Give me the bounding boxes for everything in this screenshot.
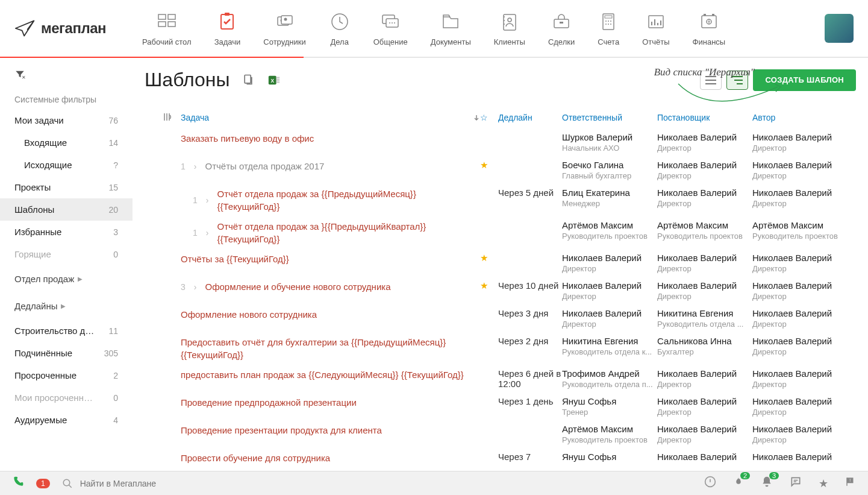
- sidebar-item-count: 4: [113, 415, 118, 425]
- table-row[interactable]: 3›Оформление и обучение нового сотрудник…: [145, 277, 856, 304]
- responsible-cell: Никитина ЕвгенияРуководитель отдела к...: [562, 336, 657, 356]
- fire-icon[interactable]: 2: [733, 476, 744, 491]
- table-row[interactable]: 1›Отчёт отдела продаж за }{{ПредыдущийКв…: [145, 216, 856, 249]
- star-icon[interactable]: ★: [480, 160, 488, 170]
- sidebar-item-label: Горящие: [14, 249, 51, 259]
- bell-badge: 3: [769, 472, 779, 479]
- owner-cell: Артёмов МаксимРуководитель проектов: [657, 220, 752, 241]
- sidebar-item[interactable]: Избранные3: [0, 221, 133, 243]
- table-row[interactable]: 1›Отчёты отдела продаж 2017★Боечко Галин…: [145, 156, 856, 184]
- sidebar-item[interactable]: Исходящие?: [0, 154, 133, 176]
- phone-icon[interactable]: [12, 476, 24, 491]
- nav-item-dashboard[interactable]: Рабочий стол: [142, 11, 192, 46]
- sidebar-expand-sales[interactable]: Отдел продаж ▶: [0, 265, 133, 292]
- responsible-cell: Трофимов АндрейРуководитель отдела п...: [562, 368, 657, 389]
- task-link[interactable]: Оформление и обучение нового сотрудника: [205, 280, 390, 293]
- flag-icon[interactable]: !: [845, 476, 856, 491]
- alert-icon[interactable]: [704, 476, 716, 491]
- author-cell: Николаев ВалерийДиректор: [752, 160, 848, 180]
- nav-item-invoices[interactable]: Счета: [598, 11, 619, 46]
- column-author[interactable]: Автор: [752, 113, 848, 122]
- task-link[interactable]: предоставить план продаж за {{СледующийМ…: [181, 368, 464, 381]
- nav-item-people[interactable]: Сотрудники: [263, 11, 305, 46]
- author-cell: Николаев ВалерийДиректор: [752, 308, 848, 329]
- clock-icon: [329, 11, 351, 33]
- table-row[interactable]: предоставить план продаж за {{СледующийМ…: [145, 365, 856, 393]
- nav-item-deals[interactable]: Сделки: [548, 11, 575, 46]
- column-task[interactable]: Задача: [181, 113, 480, 122]
- table-row[interactable]: Отчёты за {{ТекущийГод}}★Николаев Валери…: [145, 249, 856, 277]
- task-link[interactable]: Отчёт отдела продаж за {{ПредыдущийМесяц…: [217, 188, 480, 213]
- sidebar-item[interactable]: Мои задачи76: [0, 109, 133, 131]
- task-link[interactable]: Предоставить отчёт для бухгалтерии за {{…: [181, 336, 480, 361]
- sidebar-expand-deadlines[interactable]: Дедлайны ▶: [0, 292, 133, 320]
- user-avatar[interactable]: [825, 14, 854, 43]
- column-config-icon[interactable]: [153, 113, 181, 122]
- sidebar-item[interactable]: Проекты15: [0, 176, 133, 198]
- sidebar-item[interactable]: Входящие14: [0, 131, 133, 154]
- sidebar-item-label: Исходящие: [24, 160, 72, 170]
- star-icon[interactable]: ★: [480, 253, 488, 263]
- global-search[interactable]: [62, 478, 692, 489]
- nav-item-reports[interactable]: Отчёты: [642, 11, 669, 46]
- task-link[interactable]: Оформление нового сотрудника: [181, 308, 317, 321]
- task-link[interactable]: Провести обучение для сотрудника: [181, 452, 330, 464]
- copy-icon[interactable]: [242, 74, 255, 87]
- sidebar-item[interactable]: Аудируемые4: [0, 409, 133, 431]
- task-link[interactable]: Проведение предпродажной презентации: [181, 396, 357, 409]
- svg-text:!: !: [849, 478, 851, 482]
- sidebar-item[interactable]: Подчинённые305: [0, 342, 133, 364]
- task-link[interactable]: Проведение презентации продукта для клие…: [181, 424, 382, 437]
- chat-icon: [379, 11, 401, 33]
- sidebar-item-count: 20: [108, 205, 118, 215]
- table-row[interactable]: Оформление нового сотрудникаЧерез 3 дняН…: [145, 304, 856, 332]
- task-link[interactable]: Отчёты за {{ТекущийГод}}: [181, 253, 289, 265]
- task-link[interactable]: Заказать питьевую воду в офис: [181, 132, 314, 145]
- svg-rect-3: [168, 22, 175, 27]
- bell-icon[interactable]: 3: [761, 476, 773, 491]
- nav-item-tasks[interactable]: Задачи: [214, 11, 241, 46]
- svg-text:✕: ✕: [22, 75, 25, 80]
- author-cell: Николаев ВалерийДиректор: [752, 188, 848, 208]
- sidebar-item[interactable]: Горящие0: [0, 243, 133, 265]
- column-deadline[interactable]: Дедлайн: [498, 113, 562, 122]
- excel-export-icon[interactable]: X: [267, 74, 281, 87]
- chat-icon[interactable]: [790, 476, 802, 491]
- nav-item-docs[interactable]: Документы: [431, 11, 471, 46]
- table-row[interactable]: Проведение предпродажной презентацииЧере…: [145, 393, 856, 420]
- search-input[interactable]: [80, 479, 692, 488]
- owner-cell: Николаев Валерий: [657, 452, 752, 463]
- nav-item-chat[interactable]: Общение: [373, 11, 408, 46]
- table-row[interactable]: 1›Отчёт отдела продаж за {{ПредыдущийМес…: [145, 184, 856, 216]
- column-star[interactable]: ☆: [480, 113, 498, 122]
- create-template-button[interactable]: СОЗДАТЬ ШАБЛОН: [753, 69, 856, 91]
- owner-cell: Никитина ЕвгенияРуководитель отдела ...: [657, 308, 752, 329]
- star-icon[interactable]: ★: [819, 477, 828, 490]
- owner-cell: Сальникова ИннаБухгалтер: [657, 336, 752, 356]
- sidebar-item[interactable]: Шаблоны20: [0, 198, 133, 221]
- column-responsible[interactable]: Ответственный: [562, 113, 657, 122]
- table-row[interactable]: Провести обучение для сотрудникаЧерез 7Я…: [145, 448, 856, 468]
- responsible-cell: Николаев ВалерийДиректор: [562, 280, 657, 301]
- responsible-cell: Николаев ВалерийДиректор: [562, 253, 657, 273]
- nav-item-clock[interactable]: Дела: [329, 11, 351, 46]
- task-link[interactable]: Отчёты отдела продаж 2017: [205, 160, 324, 172]
- sidebar-item[interactable]: Мои просроченные за...0: [0, 386, 133, 409]
- responsible-cell: Артёмов МаксимРуководитель проектов: [562, 220, 657, 241]
- sidebar-item-label: Избранные: [14, 227, 61, 237]
- table-row[interactable]: Проведение презентации продукта для клие…: [145, 420, 856, 448]
- table-row[interactable]: Предоставить отчёт для бухгалтерии за {{…: [145, 332, 856, 365]
- table-row[interactable]: Заказать питьевую воду в офисШурков Вале…: [145, 128, 856, 156]
- nav-item-finance[interactable]: Финансы: [693, 11, 726, 46]
- column-owner[interactable]: Постановщик: [657, 113, 752, 122]
- sidebar-item-count: 0: [113, 393, 118, 403]
- sidebar-item[interactable]: Строительство детск...11: [0, 320, 133, 342]
- logo[interactable]: мегаплан: [14, 17, 106, 39]
- svg-rect-42: [276, 81, 279, 83]
- star-icon[interactable]: ★: [480, 280, 488, 291]
- filter-icon[interactable]: ✕: [0, 69, 133, 90]
- sidebar-item[interactable]: Просроченные2: [0, 364, 133, 386]
- nav-item-clients[interactable]: Клиенты: [494, 11, 525, 46]
- deadline-cell: Через 1 день: [498, 396, 562, 406]
- task-link[interactable]: Отчёт отдела продаж за }{{ПредыдущийКвар…: [217, 220, 480, 245]
